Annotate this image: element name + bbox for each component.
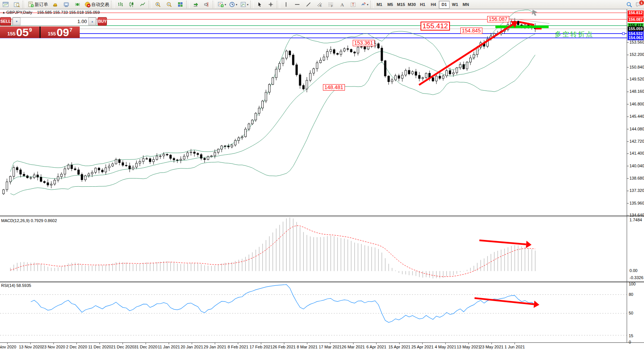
symbol-period-label: GBPJPY,Daily (6, 10, 32, 15)
svg-text:E: E (320, 4, 322, 7)
price-annotation[interactable]: 148.481 (323, 84, 345, 91)
timeframe-D1[interactable]: D1 (439, 1, 450, 9)
volume-input[interactable] (20, 18, 88, 25)
line-chart-mode-button[interactable] (137, 0, 148, 9)
periods-button[interactable]: ▾ (228, 0, 238, 9)
cursor-tool-button[interactable] (254, 0, 265, 9)
timeframe-H1[interactable]: H1 (417, 1, 428, 9)
svg-text:A: A (340, 2, 344, 7)
toolbar-separator (23, 1, 26, 8)
chart-canvas[interactable] (0, 0, 644, 351)
market-watch-button[interactable] (50, 0, 60, 9)
red-dash-mark[interactable] (535, 28, 542, 29)
price-annotation[interactable]: 156.087 (487, 16, 509, 22)
toolbar-separator (111, 1, 114, 8)
date-axis-label: 17 Mar 2021 (319, 345, 342, 349)
new-order-button[interactable]: 新订单 (27, 0, 49, 9)
symbol-marker-icon: ▲ (2, 11, 5, 14)
zoom-out-button[interactable] (164, 0, 174, 9)
volume-spinner: ▼ ▲ (12, 17, 96, 26)
price-annotation[interactable]: 153.361 (353, 40, 375, 46)
autotrading-button[interactable]: 自动交易 (83, 0, 110, 9)
zoom-in-button[interactable] (153, 0, 163, 9)
price-tick-label: 142.720 (629, 139, 644, 143)
dropdown-caret-icon: ▾ (236, 3, 237, 6)
candles-icon (129, 1, 134, 7)
bid-pip-digit: 9 (29, 27, 32, 33)
profile-charts-button[interactable] (12, 0, 22, 9)
date-axis-label: 26 Feb 2021 (273, 345, 296, 349)
timeframe-M30[interactable]: M30 (406, 1, 417, 9)
volume-increase-button[interactable]: ▲ (88, 18, 96, 25)
bid-big-digits: 05 (16, 28, 29, 37)
svg-text:F: F (331, 5, 333, 7)
timeframe-bar: M1M5M15M30H1H4D1W1MN (374, 1, 471, 9)
date-axis-label: Nov 2020 (0, 345, 16, 349)
tile-windows-button[interactable] (175, 0, 185, 9)
price-line-badge: 155.059 (628, 26, 644, 31)
text-tool-button[interactable]: A (337, 0, 347, 9)
new-order-icon (28, 1, 34, 7)
vertical-line-tool-button[interactable] (281, 0, 291, 9)
timeframe-M15[interactable]: M15 (396, 1, 406, 9)
date-axis-label: 23 May 2021 (480, 345, 504, 349)
toolbar-separator (213, 1, 216, 8)
price-tick-label: 134.640 (629, 213, 644, 217)
price-tick-label: 146.800 (629, 102, 644, 106)
search-icon[interactable] (626, 1, 632, 8)
date-axis-label: 29 Jan 2021 (204, 345, 226, 349)
price-tick-label: 141.400 (629, 151, 644, 155)
price-line-badge: 154.063 (628, 35, 644, 40)
date-axis-label: 11 Dec 2020 (88, 345, 111, 349)
fibonacci-tool-button[interactable]: F (326, 0, 336, 9)
timeframe-M5[interactable]: M5 (385, 1, 396, 9)
date-axis-label: 15 Apr 2021 (388, 345, 410, 349)
ask-big-digits: 09 (57, 28, 69, 37)
rsi-axis-label: 0 (629, 340, 631, 344)
text-label-tool-button[interactable]: T (348, 0, 358, 9)
timeframe-MN[interactable]: MN (460, 1, 471, 9)
signal-icon (74, 1, 80, 7)
chart-window-button[interactable] (0, 0, 11, 9)
macd-axis-label: 1.7484 (629, 218, 642, 222)
buy-button[interactable]: BUY (98, 17, 107, 26)
hidden-badge-sliver (628, 15, 644, 17)
arrows-tool-button[interactable]: ▾ (359, 0, 369, 9)
rsi-label: RSI(14) 58.5935 (1, 283, 31, 288)
notifications-button[interactable]: 1 (635, 1, 642, 7)
candlestick-mode-button[interactable] (126, 0, 137, 9)
bid-price-panel[interactable]: 155 05 9 (0, 26, 39, 38)
bull-bear-note[interactable]: 多空转折点 (555, 30, 594, 39)
crosshair-tool-button[interactable] (266, 0, 276, 9)
price-tick-label: 148.160 (629, 89, 644, 94)
date-axis-label: 11 Jan 2021 (158, 345, 180, 349)
channel-tool-button[interactable]: E (314, 0, 325, 9)
terminal-icon (63, 1, 69, 7)
timeframe-H4[interactable]: H4 (428, 1, 439, 9)
ask-price-panel[interactable]: 155 09 7 (41, 26, 80, 38)
date-axis-label: 2 Dec 2020 (66, 345, 87, 349)
auto-scroll-button[interactable] (190, 0, 201, 9)
sell-button[interactable]: SELL (0, 17, 11, 26)
metaeditor-button[interactable] (61, 0, 72, 9)
chart-window-icon (3, 1, 9, 7)
zoom-out-icon (166, 1, 172, 7)
green-highlight-bar[interactable] (495, 26, 549, 28)
main-toolbar: 新订单 自动交易 ▾ ▾ (0, 0, 644, 9)
price-line-badge: 156.087 (628, 17, 644, 22)
tile-windows-icon (177, 1, 183, 7)
bar-chart-mode-button[interactable] (115, 0, 126, 9)
timeframe-M1[interactable]: M1 (374, 1, 385, 9)
price-annotation[interactable]: 155.412 (421, 22, 450, 31)
date-axis-label: 13 May 2021 (457, 345, 480, 349)
indicators-button[interactable]: ▾ (217, 0, 227, 9)
signals-button[interactable] (72, 0, 83, 9)
trendline-tool-button[interactable] (303, 0, 314, 9)
horizontal-line-tool-button[interactable] (292, 0, 302, 9)
timeframe-W1[interactable]: W1 (450, 1, 460, 9)
price-annotation[interactable]: 154.845 (460, 28, 482, 34)
templates-button[interactable]: ▾ (239, 0, 250, 9)
volume-decrease-button[interactable]: ▼ (13, 18, 20, 25)
line-chart-icon (140, 1, 146, 7)
chart-shift-button[interactable] (202, 0, 212, 9)
